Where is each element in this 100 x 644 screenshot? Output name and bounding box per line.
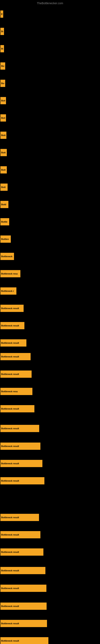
- bar: Bottleneck resu: [0, 388, 32, 395]
- bar-row: Bottlen: [0, 231, 100, 247]
- bar-row: Bottleneck result: [0, 366, 100, 382]
- bar: Bottleneck result: [0, 305, 24, 312]
- bar-label: Bottle: [1, 220, 7, 223]
- bar-label: Bottleneck resu: [1, 390, 18, 393]
- bar-row: B: [0, 6, 100, 22]
- bar-label: Bottlen: [1, 238, 9, 240]
- bar-label: Bottleneck result: [1, 324, 19, 327]
- bar-row: Bottleneck result: [0, 318, 100, 334]
- bar-row: Bottl: [0, 110, 100, 126]
- bar: Bottleneck result: [0, 637, 49, 644]
- bar: Bottleneck result: [0, 514, 39, 521]
- bar: Bottleneck result: [0, 567, 46, 574]
- bar-row: Bottleneck result: [0, 598, 100, 614]
- bar: Bott: [0, 149, 7, 156]
- bar-label: Bottl: [1, 134, 6, 136]
- bar-row: Bottleneck result: [0, 544, 100, 560]
- bar-row: Bottleneck result: [0, 527, 100, 543]
- bar: Bottleneck result: [0, 322, 24, 329]
- bar-row: Bottleneck result: [0, 509, 100, 526]
- bar-label: Bottleneck result: [1, 373, 19, 375]
- bar: Bott: [0, 166, 7, 174]
- bar: Bottleneck result: [0, 477, 44, 484]
- bar-label: Bottleneck result: [1, 569, 19, 572]
- bar-label: Bottleneck result: [1, 605, 19, 607]
- bar-row: Bottleneck resu: [0, 384, 100, 400]
- bar: Bo: [0, 28, 4, 35]
- bar-label: Bottleneck resu: [1, 272, 18, 275]
- bar: Bottleneck result: [0, 425, 39, 432]
- bar: Bott: [0, 80, 5, 87]
- bar-label: Bottleneck result: [1, 587, 19, 590]
- bar: Bottl: [0, 201, 8, 208]
- bar-label: B: [1, 13, 2, 15]
- bar: Bott: [0, 184, 8, 191]
- bar: Bottleneck result: [0, 339, 26, 346]
- bar: Bottleneck: [0, 253, 14, 260]
- bar-row: Bottleneck r: [0, 283, 100, 299]
- bar-label: Bottleneck result: [1, 622, 19, 625]
- bar-label: Bottleneck: [1, 255, 12, 258]
- bar: Bottleneck result: [0, 353, 31, 360]
- bar: Bottleneck result: [0, 548, 43, 556]
- bar-row: Bottl: [0, 196, 100, 212]
- bar-label: Bottleneck result: [1, 534, 19, 536]
- bar: Bottle: [0, 218, 9, 226]
- bar-label: Bott: [1, 151, 6, 154]
- bar-row: Bott: [0, 162, 100, 178]
- bar: Bottleneck result: [0, 405, 34, 412]
- bar-label: Bo: [1, 48, 3, 50]
- bar-row: Bott: [0, 179, 100, 195]
- bar: Bottl: [0, 132, 6, 139]
- bar: Bottlen: [0, 236, 11, 243]
- bar-label: Bottleneck result: [1, 427, 19, 430]
- bar-row: Bott: [0, 75, 100, 91]
- site-title: TheBottlenecker.com: [0, 0, 100, 6]
- bar-row: Bottl: [0, 127, 100, 143]
- bar-row: Bottl: [0, 92, 100, 109]
- bar-row: Bottleneck result: [0, 562, 100, 578]
- bar-label: Bottleneck result: [1, 516, 19, 518]
- bar: B: [0, 10, 3, 18]
- bar-label: Bottleneck r: [1, 290, 14, 292]
- bar-label: Bo: [1, 30, 3, 32]
- bar-label: Bottleneck result: [1, 356, 19, 358]
- bar-label: Bott: [1, 65, 4, 67]
- bar: Bottleneck result: [0, 460, 42, 467]
- bar-label: Bottleneck result: [1, 342, 19, 344]
- bar: Bo: [0, 45, 4, 52]
- bar-row: Bottleneck result: [0, 580, 100, 596]
- bar-row: Bottleneck result: [0, 473, 100, 489]
- bar-row: Bo: [0, 23, 100, 40]
- bar-label: Bottleneck result: [1, 640, 19, 642]
- bar-row: Bo: [0, 41, 100, 57]
- bar-row: Bottleneck resu: [0, 266, 100, 282]
- bar: Bottl: [0, 114, 6, 122]
- bar-row: Bottleneck result: [0, 401, 100, 417]
- bar-row: Bott: [0, 58, 100, 74]
- bar: Bottleneck r: [0, 288, 16, 295]
- bar-row: Bottleneck result: [0, 616, 100, 632]
- bar-row: Bottleneck result: [0, 456, 100, 472]
- bar-row: Bottle: [0, 214, 100, 230]
- bar: Bottleneck result: [0, 585, 47, 592]
- bar: Bottleneck result: [0, 370, 32, 378]
- bar-row: Bottleneck result: [0, 633, 100, 644]
- bar-row: Bott: [0, 144, 100, 160]
- bar: Bottleneck result: [0, 531, 40, 538]
- bar: Bottleneck result: [0, 442, 40, 450]
- bar-row: Bottleneck result: [0, 420, 100, 436]
- bar-label: Bott: [1, 186, 6, 188]
- bar: Bott: [0, 62, 5, 70]
- bar-row: Bottleneck result: [0, 300, 100, 316]
- bar: Bottleneck resu: [0, 270, 20, 277]
- bar-label: Bottl: [1, 117, 5, 119]
- bar: Bottl: [0, 97, 6, 104]
- bar-label: Bott: [1, 169, 6, 171]
- bar-label: Bottleneck result: [1, 445, 19, 448]
- bar-row: Bottleneck result: [0, 438, 100, 454]
- bar: Bottleneck result: [0, 620, 47, 627]
- bar-label: Bottleneck result: [1, 480, 19, 482]
- bar-label: Bottl: [1, 203, 6, 206]
- bar-label: Bott: [1, 82, 4, 84]
